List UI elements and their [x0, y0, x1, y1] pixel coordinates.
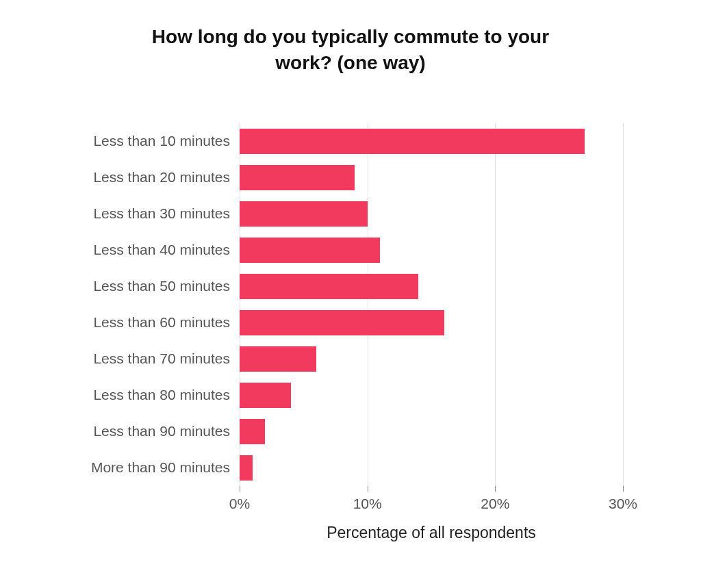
- bar: [240, 383, 291, 407]
- category-label: Less than 60 minutes: [93, 314, 230, 331]
- x-tick-label: 10%: [353, 496, 382, 512]
- bar: [240, 346, 316, 371]
- chart-title-line2: work? (one way): [275, 52, 425, 73]
- x-tick-label: 0%: [229, 496, 250, 512]
- category-label: Less than 70 minutes: [93, 350, 230, 367]
- chart-container: How long do you typically commute to you…: [0, 0, 701, 588]
- bar: [240, 165, 355, 190]
- category-label: Less than 90 minutes: [93, 423, 230, 439]
- category-label: More than 90 minutes: [91, 459, 230, 476]
- category-label: Less than 10 minutes: [93, 133, 230, 149]
- category-label: Less than 80 minutes: [93, 387, 230, 403]
- category-label: Less than 40 minutes: [93, 242, 230, 258]
- category-label: Less than 20 minutes: [93, 169, 230, 186]
- bar: [240, 310, 444, 335]
- bar: [240, 274, 418, 298]
- bar: [240, 419, 265, 444]
- x-tick: [368, 486, 368, 491]
- x-tick-label: 30%: [609, 496, 637, 512]
- gridline: [623, 123, 624, 486]
- x-axis-title: Percentage of all respondents: [240, 524, 623, 542]
- x-tick: [240, 486, 240, 491]
- x-tick-label: 20%: [481, 496, 509, 512]
- gridline: [368, 123, 368, 486]
- x-tick: [623, 486, 624, 491]
- bar: [240, 201, 368, 226]
- chart-title: How long do you typically commute to you…: [0, 24, 701, 76]
- plot-area: Percentage of all respondents 0%10%20%30…: [240, 123, 623, 486]
- bar: [240, 238, 380, 262]
- category-label: Less than 50 minutes: [93, 278, 230, 294]
- gridline: [495, 123, 496, 486]
- chart-title-line1: How long do you typically commute to you…: [152, 26, 549, 47]
- bar: [240, 129, 585, 153]
- x-tick: [495, 486, 496, 491]
- bar: [240, 455, 253, 480]
- category-label: Less than 30 minutes: [93, 205, 230, 222]
